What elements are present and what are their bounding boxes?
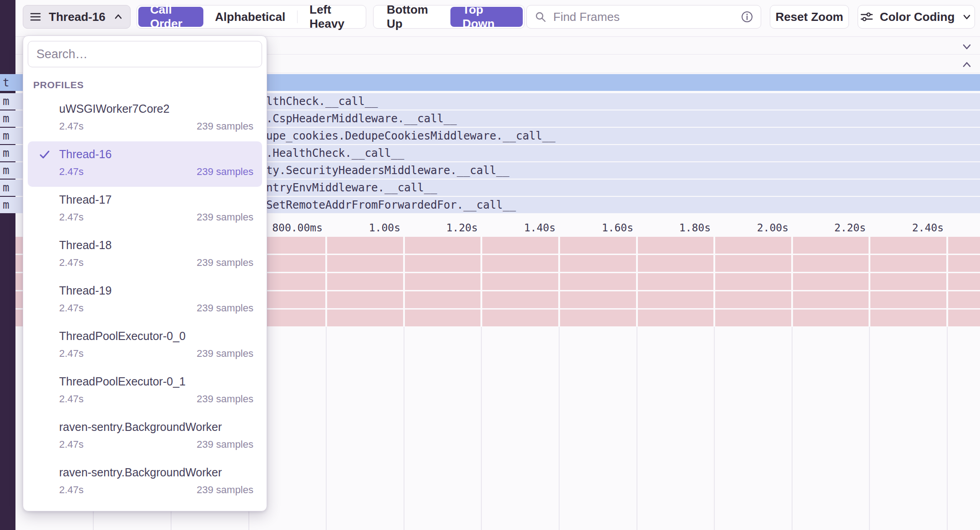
chevron-down-icon: [960, 10, 973, 23]
reset-zoom-label: Reset Zoom: [776, 10, 844, 24]
frame-label-fragment: m: [3, 112, 9, 125]
frame-label-fragment: t: [3, 76, 9, 89]
tab-call-order[interactable]: Call Order: [138, 7, 203, 27]
gridline: [636, 327, 637, 530]
gridline: [558, 237, 560, 326]
profiles-section-label: PROFILES: [33, 80, 84, 90]
gridline: [404, 327, 404, 530]
frame-label-fragment: m: [3, 164, 9, 177]
profile-duration: 2.47s: [59, 257, 84, 269]
chevron-up-icon: [112, 10, 125, 23]
profile-option[interactable]: raven-sentry.BackgroundWorker 2.47s239 s…: [28, 460, 262, 505]
gridline: [792, 327, 793, 530]
profile-duration: 2.47s: [59, 348, 84, 360]
gridline: [403, 237, 405, 326]
frame-label-fragment: m: [3, 181, 9, 194]
reset-zoom-button[interactable]: Reset Zoom: [770, 5, 849, 29]
profile-name: Thread-16: [59, 148, 111, 161]
info-icon[interactable]: [741, 10, 753, 23]
profile-samples: 239 samples: [197, 393, 253, 405]
axis-tick-label: 2.40s: [866, 222, 944, 234]
profiling-flamegraph-app: Thread-16 Call Order Alphabetical Left H…: [0, 0, 980, 530]
profile-samples: 239 samples: [197, 257, 253, 269]
profile-samples: 239 samples: [197, 166, 253, 178]
tab-bottom-up[interactable]: Bottom Up: [375, 7, 450, 27]
find-frames-search: [526, 5, 761, 29]
profile-option-selected[interactable]: Thread-16 2.47s239 samples: [28, 141, 262, 187]
dropdown-search-input[interactable]: [35, 47, 254, 62]
profile-samples: 239 samples: [197, 120, 253, 132]
thread-selector-label: Thread-16: [49, 10, 105, 24]
profile-name: raven-sentry.BackgroundWorker: [59, 420, 222, 434]
profile-duration: 2.47s: [59, 439, 84, 450]
frame-label: rity.SecurityHeadersMiddleware.__call__: [253, 164, 510, 177]
search-icon: [534, 10, 547, 23]
profile-option[interactable]: raven-sentry.BackgroundWorker 2.47s239 s…: [28, 414, 262, 460]
gridline: [559, 327, 560, 530]
gridline: [480, 237, 482, 326]
profile-samples: 239 samples: [197, 484, 253, 496]
profile-name: Thread-18: [59, 239, 111, 252]
list-icon: [29, 10, 42, 24]
frame-label: y.SetRemoteAddrFromForwardedFor.__call__: [253, 199, 516, 211]
axis-tick-label: 2.20s: [788, 222, 866, 234]
dropdown-search: [28, 41, 262, 67]
profile-duration: 2.47s: [59, 393, 84, 405]
profile-duration: 2.47s: [59, 302, 84, 314]
axis-tick-label: 2.00s: [711, 222, 788, 234]
gridline: [481, 327, 482, 530]
checkmark-icon: [38, 148, 51, 161]
profile-duration: 2.47s: [59, 120, 84, 132]
gridline: [869, 327, 870, 530]
profile-name: ThreadPoolExecutor-0_0: [59, 330, 186, 343]
frame-label-fragment: m: [3, 199, 9, 211]
gridline: [791, 237, 793, 326]
gridline: [946, 237, 948, 326]
profile-option[interactable]: ThreadPoolExecutor-0_1 2.47s239 samples: [28, 369, 262, 414]
axis-tick-label: 1.80s: [633, 222, 711, 234]
profile-name: uWSGIWorker7Core2: [59, 102, 170, 115]
thread-selector-button[interactable]: Thread-16: [23, 5, 131, 29]
profile-samples: 239 samples: [197, 348, 253, 360]
profile-samples: 239 samples: [197, 439, 253, 450]
frame-label-fragment: m: [3, 147, 9, 160]
profile-option[interactable]: uWSGIWorker7Core2 2.47s239 samples: [28, 96, 262, 141]
profile-name: raven-sentry.BackgroundWorker: [59, 466, 222, 479]
tab-top-down[interactable]: Top Down: [450, 7, 523, 27]
profile-option[interactable]: ThreadPoolExecutor-0_0 2.47s239 samples: [28, 323, 262, 369]
direction-segmented-control: Bottom Up Top Down: [373, 5, 525, 29]
profile-duration: 2.47s: [59, 484, 84, 496]
profile-samples: 239 samples: [197, 302, 253, 314]
chevron-up-icon[interactable]: [960, 58, 974, 71]
chevron-down-icon[interactable]: [960, 40, 974, 53]
axis-tick-label: 1.60s: [556, 222, 633, 234]
profile-option[interactable]: Thread-18 2.47s239 samples: [28, 232, 262, 278]
profile-name: Thread-17: [59, 193, 111, 206]
frame-label: sp.CspHeaderMiddleware.__call__: [253, 112, 457, 125]
frame-label-fragment: m: [3, 95, 9, 108]
color-coding-button[interactable]: Color Coding: [858, 5, 975, 29]
frame-label: SentryEnvMiddleware.__call__: [253, 181, 437, 194]
profile-duration: 2.47s: [59, 166, 84, 178]
gridline: [325, 237, 327, 326]
frame-label: edupe_cookies.DedupeCookiesMiddleware.__…: [253, 130, 556, 142]
axis-tick-label: 1.00s: [323, 222, 400, 234]
axis-tick-label: 1.40s: [478, 222, 556, 234]
profile-name: Thread-19: [59, 284, 111, 297]
tab-left-heavy[interactable]: Left Heavy: [298, 7, 364, 27]
profile-option[interactable]: Thread-19 2.47s239 samples: [28, 278, 262, 323]
tab-alphabetical[interactable]: Alphabetical: [203, 7, 298, 27]
profile-samples: 239 samples: [197, 211, 253, 223]
profile-option[interactable]: Thread-17 2.47s239 samples: [28, 187, 262, 232]
find-frames-input[interactable]: [552, 10, 735, 25]
color-coding-label: Color Coding: [880, 10, 955, 24]
frame-label: ealthCheck.__call__: [253, 95, 378, 108]
frame-label: th.HealthCheck.__call__: [253, 147, 404, 160]
profiles-list: uWSGIWorker7Core2 2.47s239 samples Threa…: [28, 96, 262, 505]
gridline: [713, 237, 715, 326]
thread-selector-dropdown: PROFILES uWSGIWorker7Core2 2.47s239 samp…: [23, 35, 267, 511]
flamegraph-toolbar: Thread-16 Call Order Alphabetical Left H…: [15, 0, 980, 36]
gridline: [714, 327, 715, 530]
profile-duration: 2.47s: [59, 211, 84, 223]
gridline: [326, 327, 327, 530]
